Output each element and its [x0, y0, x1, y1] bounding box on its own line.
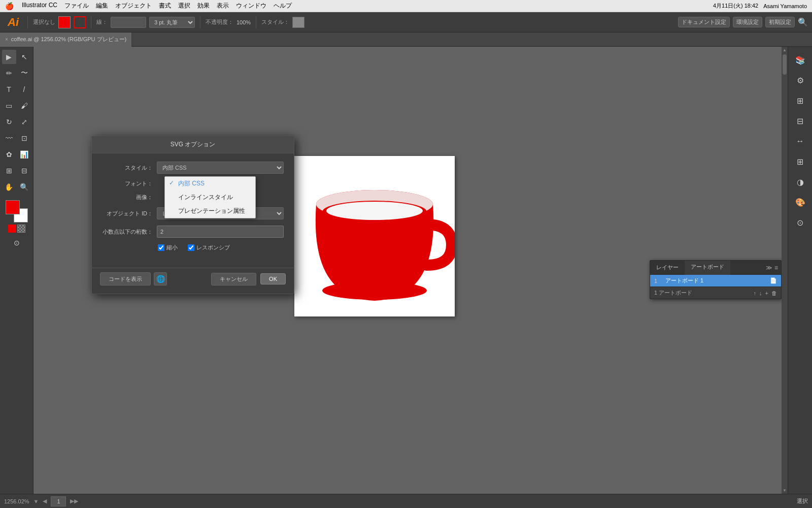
- stroke-label: 線：: [96, 18, 108, 26]
- scale-tool[interactable]: ⤢: [17, 115, 31, 129]
- zoom-tool[interactable]: 🔍: [17, 180, 31, 194]
- menu-view[interactable]: 表示: [217, 2, 229, 10]
- canvas-area[interactable]: SVG オプション スタイル： 内部 CSS インラインスタイル プレゼンテーシ…: [33, 47, 812, 494]
- stroke-width-select[interactable]: 3 pt. 丸筆: [149, 17, 195, 28]
- paintbrush-tool[interactable]: 🖌: [17, 99, 31, 113]
- responsive-label[interactable]: レスポンシブ: [196, 244, 230, 251]
- layers-icon[interactable]: ⊞: [791, 91, 809, 110]
- curvature-tool[interactable]: 〜: [17, 66, 31, 80]
- selection-status: 選択: [797, 497, 808, 505]
- slice-tool[interactable]: ⊟: [17, 164, 31, 178]
- recolor-icon[interactable]: ⊙: [791, 213, 809, 232]
- left-toolbar: ▶ ↖ ✏ 〜 T / ▭ 🖌 ↻ ⤢ 〰 ⊡ ✿ 📊 ⊞ ⊟: [0, 47, 33, 494]
- align-icon[interactable]: ⊟: [791, 112, 809, 130]
- transform-icon[interactable]: ↔: [791, 132, 809, 150]
- menu-file[interactable]: ファイル: [64, 2, 89, 10]
- libraries-icon[interactable]: 📚: [791, 51, 809, 69]
- layers-footer-delete-icon[interactable]: 🗑: [771, 290, 777, 296]
- menu-help[interactable]: ヘルプ: [274, 2, 292, 10]
- layers-menu-icon[interactable]: ≡: [774, 264, 778, 271]
- ok-button[interactable]: OK: [260, 273, 286, 284]
- rotate-tool[interactable]: ↻: [2, 115, 16, 129]
- line-tool[interactable]: /: [17, 82, 31, 97]
- app-toolbar: Ai 選択なし 線： 3 pt. 丸筆 不透明度： 100% スタイル： ドキュ…: [0, 12, 812, 33]
- minify-label[interactable]: 縮小: [166, 244, 178, 251]
- style-dropdown[interactable]: 内部 CSS インラインスタイル プレゼンテーション属性: [164, 176, 256, 218]
- responsive-checkbox[interactable]: [188, 244, 194, 251]
- search-icon[interactable]: 🔍: [798, 17, 808, 27]
- red-swatch[interactable]: [8, 225, 16, 233]
- apple-logo-icon[interactable]: 🍎: [5, 2, 14, 10]
- menu-app[interactable]: Illustrator CC: [22, 2, 57, 10]
- artboard-row[interactable]: 1 アートボード 1 📄: [650, 275, 781, 287]
- doc-settings-button[interactable]: ドキュメント設定: [678, 17, 730, 27]
- artboard-tab[interactable]: アートボード: [685, 261, 730, 275]
- color-swatches: [6, 200, 28, 223]
- page-nav-next[interactable]: ▶▶: [70, 498, 78, 504]
- appearance-icon[interactable]: ◑: [791, 173, 809, 191]
- free-transform-tool[interactable]: ⊡: [17, 131, 31, 145]
- layers-expand-icon[interactable]: ≫: [766, 264, 772, 271]
- properties-icon[interactable]: ⚙: [791, 71, 809, 89]
- cancel-button[interactable]: キャンセル: [211, 273, 256, 285]
- tool-row-8: ⊞ ⊟: [2, 164, 31, 178]
- layers-tab[interactable]: レイヤー: [650, 261, 685, 275]
- stroke-input[interactable]: [111, 17, 146, 28]
- file-tab[interactable]: × coffee.ai @ 1256.02% (RGB/GPU プレビュー): [0, 33, 132, 47]
- dialog-left-buttons: コードを表示 🌐: [100, 272, 167, 285]
- tab-close-icon[interactable]: ×: [5, 37, 8, 42]
- toolbar-sep3: [200, 16, 200, 28]
- pen-tool[interactable]: ✏: [2, 66, 16, 80]
- pathfinder-icon[interactable]: ⊞: [791, 152, 809, 171]
- tab-bar: × coffee.ai @ 1256.02% (RGB/GPU プレビュー): [0, 33, 812, 47]
- foreground-swatch[interactable]: [6, 200, 20, 214]
- layers-footer-add-icon[interactable]: +: [765, 290, 768, 296]
- menu-edit[interactable]: 編集: [96, 2, 108, 10]
- decimal-input[interactable]: 2: [157, 226, 284, 238]
- image-trace-tool[interactable]: ⊙: [10, 236, 24, 250]
- style-label: スタイル：: [261, 18, 289, 26]
- toolbar-sep4: [256, 16, 256, 28]
- page-nav-prev[interactable]: ◀: [43, 498, 47, 504]
- select-tool[interactable]: ▶: [2, 50, 16, 64]
- dropdown-item-1[interactable]: インラインスタイル: [165, 190, 255, 204]
- none-swatch[interactable]: [17, 225, 25, 233]
- layers-footer-down-icon[interactable]: ↓: [759, 290, 762, 296]
- menu-effect[interactable]: 効果: [197, 2, 210, 10]
- app-logo: Ai: [4, 13, 22, 31]
- globe-button[interactable]: 🌐: [154, 272, 167, 285]
- dropdown-item-0[interactable]: 内部 CSS: [165, 177, 255, 190]
- menu-select[interactable]: 選択: [178, 2, 190, 10]
- type-tool[interactable]: T: [2, 82, 16, 97]
- svg-point-3: [326, 202, 423, 220]
- color-guide-icon[interactable]: 🎨: [791, 193, 809, 211]
- menubar-user: Asami Yamamoto: [763, 3, 807, 9]
- menu-window[interactable]: ウィンドウ: [236, 2, 266, 10]
- symbol-tool[interactable]: ✿: [2, 147, 16, 162]
- stroke-color-box[interactable]: [74, 16, 86, 28]
- style-row: スタイル： 内部 CSS インラインスタイル プレゼンテーション属性: [102, 162, 284, 174]
- show-code-button[interactable]: コードを表示: [100, 272, 151, 285]
- env-settings-button[interactable]: 環境設定: [733, 17, 762, 27]
- v-scrollbar[interactable]: ▲ ▼: [782, 47, 788, 494]
- warp-tool[interactable]: 〰: [2, 131, 16, 145]
- menu-format[interactable]: 書式: [159, 2, 171, 10]
- layers-footer-up-icon[interactable]: ↑: [754, 290, 757, 296]
- minify-checkbox[interactable]: [158, 244, 164, 251]
- rect-tool[interactable]: ▭: [2, 99, 16, 113]
- fill-color-box[interactable]: [58, 16, 71, 28]
- zoom-level: 1256.02%: [4, 498, 29, 504]
- dropdown-item-2[interactable]: プレゼンテーション属性: [165, 204, 255, 218]
- scroll-down-icon[interactable]: ▼: [782, 487, 788, 494]
- column-chart-tool[interactable]: 📊: [17, 147, 31, 162]
- direct-select-tool[interactable]: ↖: [17, 50, 31, 64]
- artboard-tool[interactable]: ⊞: [2, 164, 16, 178]
- page-number-input[interactable]: [51, 496, 66, 506]
- menu-object[interactable]: オブジェクト: [115, 2, 152, 10]
- hand-tool[interactable]: ✋: [2, 180, 16, 194]
- scroll-thumb[interactable]: [783, 54, 787, 75]
- scroll-up-icon[interactable]: ▲: [782, 47, 788, 53]
- style-swatch[interactable]: [292, 17, 304, 28]
- setup-button[interactable]: 初期設定: [765, 17, 795, 27]
- style-select[interactable]: 内部 CSS インラインスタイル プレゼンテーション属性: [157, 162, 284, 174]
